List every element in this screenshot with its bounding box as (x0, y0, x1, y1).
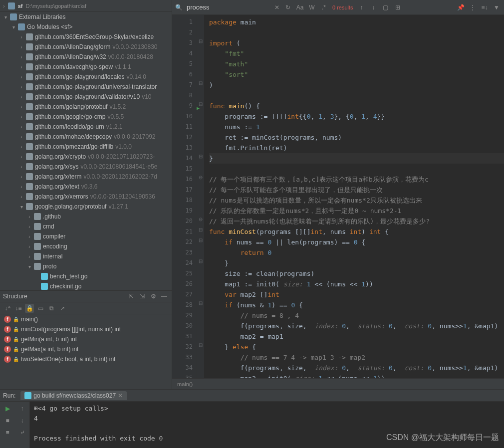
line-number[interactable]: 11 (172, 122, 193, 132)
code-line[interactable]: programs := [][]int{{0, 1, 3}, {0, 1, 4}… (209, 111, 504, 122)
fold-marker[interactable] (197, 141, 204, 151)
clear-icon[interactable]: ✕ (274, 4, 279, 11)
code-line[interactable]: "fmt" (209, 48, 504, 59)
line-number[interactable]: 25 (172, 268, 193, 279)
chevron-right-icon[interactable]: › (19, 194, 24, 200)
package-node[interactable]: github.com/360EntSecGroup-Skylar/exceliz… (35, 33, 154, 40)
wrap-icon[interactable]: ⤶ (17, 428, 27, 438)
code-line[interactable] (209, 164, 504, 174)
line-number[interactable]: 23 (172, 247, 193, 258)
folder-node[interactable]: .github (43, 213, 61, 220)
line-number[interactable]: 1 (172, 17, 193, 27)
add-selection-icon[interactable]: ⊞ (393, 4, 402, 11)
up-icon[interactable]: ↑ (357, 4, 366, 11)
fold-marker[interactable] (197, 67, 204, 78)
run-gutter-icon[interactable]: ▶ (197, 103, 200, 113)
package-node[interactable]: github.com/leodido/go-urn (35, 123, 104, 130)
up-stack-icon[interactable]: ↑ (17, 404, 27, 414)
line-number[interactable]: 12 (172, 132, 193, 143)
fold-marker[interactable] (197, 162, 204, 172)
collapse-icon[interactable]: ⇱ (127, 292, 136, 301)
code-line[interactable]: if nums == 0 || len(programs) == 0 { (209, 237, 504, 247)
line-number[interactable]: 13 (172, 143, 193, 153)
chevron-right-icon[interactable]: › (19, 174, 24, 180)
code-line[interactable]: f(programs, size, index: 0, status: 0, c… (209, 321, 504, 331)
pin-icon[interactable]: 📌 (456, 4, 465, 11)
line-number[interactable]: 22 (172, 237, 193, 247)
code-line[interactable]: func main() { (209, 101, 504, 111)
line-number[interactable]: 8 (172, 90, 193, 101)
more-icon[interactable]: ⋮ (468, 4, 477, 11)
chevron-right-icon[interactable]: › (19, 154, 24, 160)
code-line[interactable]: import ( (209, 38, 504, 48)
fold-column[interactable]: ⊟⊟⊟⊟⊖⊖⊟⊟⊟⊟⊟ (197, 15, 204, 378)
autoscroll-icon[interactable]: ⧉ (47, 304, 56, 313)
line-number[interactable]: 33 (172, 352, 193, 363)
code-line[interactable]: size := clean(programs) (209, 268, 504, 279)
editor[interactable]: 123456789▶101112131415161718192021222324… (172, 15, 504, 378)
show-fields-icon[interactable]: ▭ (36, 304, 45, 313)
line-number[interactable]: 2 (172, 27, 193, 38)
fold-marker[interactable] (197, 245, 204, 256)
select-all-icon[interactable]: ▢ (381, 4, 390, 11)
project-tree[interactable]: ▾External Libraries ▾Go Modules <sf> ›gi… (0, 12, 172, 290)
package-node[interactable]: github.com/AllenDang/w32 (35, 53, 106, 60)
code-line[interactable]: func minCost(programs [][]int, nums int)… (209, 226, 504, 237)
line-number[interactable]: 4 (172, 48, 193, 59)
package-node[interactable]: github.com/AllenDang/gform (35, 43, 110, 50)
code-line[interactable]: // 乐队的全部数量一定是nums*2，且标号一定是0 ~ nums*2-1 (209, 206, 504, 216)
external-libraries-node[interactable]: External Libraries (19, 13, 65, 20)
folder-node[interactable]: internal (43, 253, 62, 260)
sort-alpha-icon[interactable]: ↓ᴬ (3, 304, 12, 313)
chevron-right-icon[interactable]: › (19, 164, 24, 170)
down-icon[interactable]: ↓ (369, 4, 378, 11)
down-stack-icon[interactable]: ↓ (17, 416, 27, 426)
package-node[interactable]: golang.org/x/crypto (35, 153, 86, 160)
line-number[interactable]: 32 (172, 342, 193, 352)
code-line[interactable]: } else { (209, 342, 504, 352)
chevron-right-icon[interactable]: › (19, 144, 24, 150)
fold-marker[interactable] (197, 88, 204, 99)
line-number[interactable]: 30 (172, 321, 193, 331)
code-line[interactable]: fmt.Println(ret) (209, 143, 504, 153)
package-node[interactable]: github.com/go-playground/validator/v10 (35, 93, 140, 100)
package-node[interactable]: golang.org/x/sys (35, 163, 78, 170)
fold-marker[interactable]: ⊟ (197, 36, 204, 46)
chevron-right-icon[interactable]: › (19, 124, 24, 130)
code-line[interactable] (209, 90, 504, 101)
chevron-right-icon[interactable]: › (19, 104, 24, 110)
code-line[interactable]: package main (209, 17, 504, 27)
line-number[interactable]: 14 (172, 153, 193, 164)
file-node[interactable]: checkinit.go (50, 283, 81, 290)
fold-marker[interactable] (197, 319, 204, 329)
code-line[interactable]: nums := 1 (209, 122, 504, 132)
fold-marker[interactable] (197, 350, 204, 361)
line-number[interactable]: 6 (172, 69, 193, 80)
structure-item[interactable]: getMax(a int, b int) int (21, 346, 78, 353)
chevron-down-icon[interactable]: ▾ (11, 24, 16, 30)
chevron-right-icon[interactable]: › (19, 54, 24, 60)
code-line[interactable] (209, 27, 504, 38)
code-line[interactable]: // nums = 8 , 4 (209, 310, 504, 321)
fold-marker[interactable] (197, 204, 204, 214)
show-inherited-icon[interactable]: ↗ (58, 304, 67, 313)
line-number[interactable]: 19 (172, 206, 193, 216)
fold-marker[interactable]: ⊖ (197, 214, 204, 224)
chevron-right-icon[interactable]: › (19, 44, 24, 50)
run-config-tab[interactable]: go build sf/newclass2/class027 ✕ (20, 391, 127, 400)
code-line[interactable]: map2 = map1 (209, 331, 504, 342)
search-input[interactable] (187, 3, 270, 11)
package-node[interactable]: github.com/davecgh/go-spew (35, 63, 113, 70)
gear-icon[interactable]: ⚙ (149, 292, 158, 301)
close-icon[interactable]: ✕ (118, 392, 123, 399)
structure-item[interactable]: twoSelectOne(c bool, a int, b int) int (21, 356, 115, 363)
fold-marker[interactable]: ⊟ (197, 224, 204, 235)
structure-item[interactable]: getMin(a int, b int) int (21, 336, 77, 343)
fold-marker[interactable] (197, 46, 204, 57)
line-number[interactable]: 5 (172, 59, 193, 69)
code-line[interactable]: ret := minCost(programs, nums) (209, 132, 504, 143)
folder-node[interactable]: compiler (43, 233, 65, 240)
chevron-right-icon[interactable]: › (19, 94, 24, 100)
line-number[interactable]: 27 (172, 289, 193, 300)
expand-icon[interactable]: ⇲ (138, 292, 147, 301)
